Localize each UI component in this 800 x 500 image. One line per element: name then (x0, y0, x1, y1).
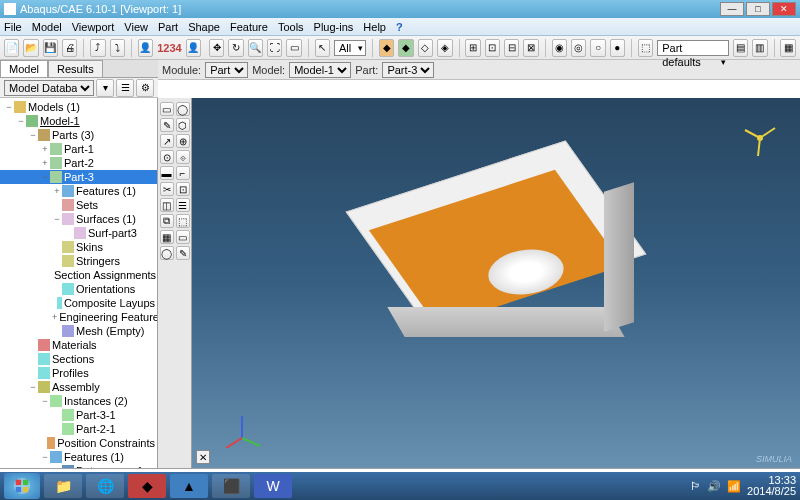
tray-tool-5-1[interactable]: ⊡ (176, 182, 190, 196)
db-tree-icon[interactable]: ☰ (116, 79, 134, 97)
tray-flag-icon[interactable]: 🏳 (690, 480, 701, 492)
tray-tool-8-1[interactable]: ▭ (176, 230, 190, 244)
close-button[interactable]: ✕ (772, 2, 796, 16)
taskbar-app3[interactable]: ⬛ (212, 474, 250, 498)
tree-node[interactable]: +Features (1) (0, 184, 157, 198)
tab-model[interactable]: Model (0, 60, 48, 77)
tree-node[interactable]: Composite Layups (0, 296, 157, 310)
help-icon[interactable]: ? (396, 21, 403, 33)
tree-node[interactable]: Part-2-1 (0, 422, 157, 436)
db-filter-icon[interactable]: ▾ (96, 79, 114, 97)
tree-node[interactable]: −Model-1 (0, 114, 157, 128)
tab-results[interactable]: Results (48, 60, 103, 77)
tray-tool-6-1[interactable]: ☰ (176, 198, 190, 212)
tree-node[interactable]: +Part-2 (0, 156, 157, 170)
tray-tool-4-0[interactable]: ▬ (160, 166, 174, 180)
save-button[interactable]: 💾 (43, 39, 58, 57)
tree-node[interactable]: −Instances (2) (0, 394, 157, 408)
final[interactable]: ▦ (780, 39, 795, 57)
tray-tool-0-1[interactable]: ◯ (176, 102, 190, 116)
part-defaults-select[interactable]: Part defaults (657, 40, 729, 56)
expand-icon[interactable]: − (40, 452, 50, 462)
vis1[interactable]: ⊞ (465, 39, 480, 57)
tree-node[interactable]: −Part-3 (0, 170, 157, 184)
expand-icon[interactable]: − (52, 214, 62, 224)
expand-icon[interactable]: − (40, 172, 50, 182)
ring2[interactable]: ◎ (571, 39, 586, 57)
tray-tool-9-1[interactable]: ✎ (176, 246, 190, 260)
fit-icon[interactable]: ⛶ (267, 39, 282, 57)
taskbar-app1[interactable]: ◆ (128, 474, 166, 498)
vis3[interactable]: ⊟ (504, 39, 519, 57)
tree-node[interactable]: −Parts (3) (0, 128, 157, 142)
ring4[interactable]: ● (610, 39, 625, 57)
tree-node[interactable]: Sets (0, 198, 157, 212)
tray-tool-1-1[interactable]: ⬡ (176, 118, 190, 132)
tray-tool-4-1[interactable]: ⌐ (176, 166, 190, 180)
shade2[interactable]: ◆ (398, 39, 413, 57)
tray-tool-2-1[interactable]: ⊕ (176, 134, 190, 148)
taskbar-app2[interactable]: ▲ (170, 474, 208, 498)
opt1[interactable]: ▤ (733, 39, 748, 57)
maximize-button[interactable]: □ (746, 2, 770, 16)
shade1[interactable]: ◆ (379, 39, 394, 57)
viewport-close-icon[interactable]: ✕ (196, 450, 210, 464)
menu-model[interactable]: Model (32, 21, 62, 33)
tree-node[interactable]: Section Assignments (0, 268, 157, 282)
viewport-num-4[interactable]: 4 (176, 42, 182, 54)
menu-file[interactable]: File (4, 21, 22, 33)
tree-node[interactable]: Part-3-1 (0, 408, 157, 422)
vis2[interactable]: ⊡ (485, 39, 500, 57)
tool-a[interactable]: ⤴ (90, 39, 105, 57)
tool-b[interactable]: ⤵ (110, 39, 125, 57)
tray-tool-2-0[interactable]: ↗ (160, 134, 174, 148)
model-tree[interactable]: −Models (1)−Model-1−Parts (3)+Part-1+Par… (0, 98, 158, 468)
tree-node[interactable]: Orientations (0, 282, 157, 296)
tree-node[interactable]: Skins (0, 240, 157, 254)
taskbar-word[interactable]: W (254, 474, 292, 498)
system-tray[interactable]: 🏳 🔊 📶 13:33 2014/8/25 (690, 475, 796, 497)
opt2[interactable]: ▥ (752, 39, 767, 57)
tray-tool-1-0[interactable]: ✎ (160, 118, 174, 132)
menu-feature[interactable]: Feature (230, 21, 268, 33)
tree-node[interactable]: −Surfaces (1) (0, 212, 157, 226)
menu-part[interactable]: Part (158, 21, 178, 33)
menu-tools[interactable]: Tools (278, 21, 304, 33)
tool-x[interactable]: ⬚ (638, 39, 653, 57)
tray-tool-6-0[interactable]: ◫ (160, 198, 174, 212)
tree-node[interactable]: Profiles (0, 366, 157, 380)
cursor-icon[interactable]: ↖ (315, 39, 330, 57)
expand-icon[interactable]: − (4, 102, 14, 112)
menu-plug-ins[interactable]: Plug-ins (314, 21, 354, 33)
tree-node[interactable]: Surf-part3 (0, 226, 157, 240)
tray-volume-icon[interactable]: 🔊 (707, 480, 721, 493)
expand-icon[interactable]: − (16, 116, 26, 126)
all-select[interactable]: All (334, 40, 366, 56)
view-triad-icon[interactable] (740, 118, 780, 158)
expand-icon[interactable]: − (40, 396, 50, 406)
tree-node[interactable]: Datum csys-1 (0, 464, 157, 468)
expand-icon[interactable]: + (52, 186, 62, 196)
shade4[interactable]: ◈ (437, 39, 452, 57)
menu-help[interactable]: Help (363, 21, 386, 33)
module-select[interactable]: Part (205, 62, 248, 78)
menu-viewport[interactable]: Viewport (72, 21, 115, 33)
person-icon[interactable]: 👤 (138, 39, 153, 57)
open-button[interactable]: 📂 (23, 39, 38, 57)
tree-node[interactable]: Stringers (0, 254, 157, 268)
tray-tool-3-0[interactable]: ⊙ (160, 150, 174, 164)
vis4[interactable]: ⊠ (523, 39, 538, 57)
shade3[interactable]: ◇ (418, 39, 433, 57)
print-button[interactable]: 🖨 (62, 39, 77, 57)
new-button[interactable]: 📄 (4, 39, 19, 57)
tree-node[interactable]: −Models (1) (0, 100, 157, 114)
expand-icon[interactable]: + (52, 312, 57, 322)
tray-tool-7-1[interactable]: ⬚ (176, 214, 190, 228)
tree-node[interactable]: Sections (0, 352, 157, 366)
tray-tool-5-0[interactable]: ✂ (160, 182, 174, 196)
tree-node[interactable]: −Assembly (0, 380, 157, 394)
expand-icon[interactable]: − (28, 382, 38, 392)
tree-node[interactable]: +Part-1 (0, 142, 157, 156)
ring3[interactable]: ○ (590, 39, 605, 57)
taskbar-explorer[interactable]: 📁 (44, 474, 82, 498)
